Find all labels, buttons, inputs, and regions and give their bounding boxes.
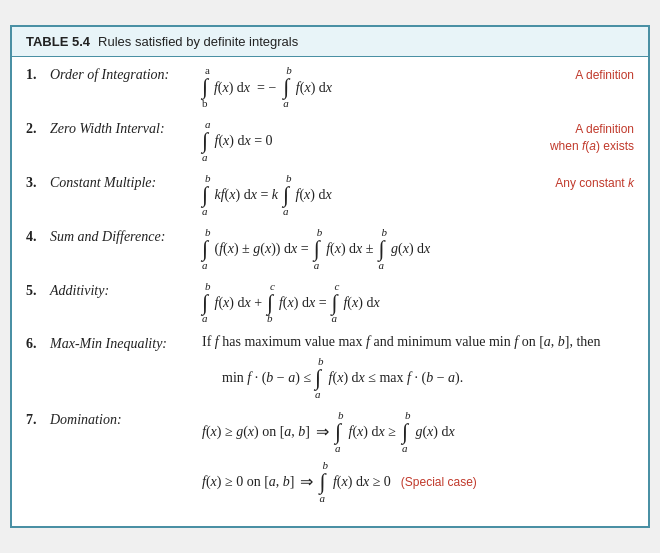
rule-formula-7: f(x) ≥ g(x) on [a, b] ⇒ b ∫ a f(x) dx ≥ … xyxy=(202,410,634,504)
table-header: TABLE 5.4 Rules satisfied by definite in… xyxy=(12,27,648,57)
rule-formula-6: If f has maximum value max f and minimum… xyxy=(202,334,634,400)
rule-row-5: 5. Additivity: b ∫ a f(x) dx + c xyxy=(26,281,634,325)
rule-formula-4: b ∫ a (f(x) ± g(x)) dx = b ∫ a f(x) dx xyxy=(202,227,634,271)
rule-row-1: 1. Order of Integration: a ∫ b f(x) dx =… xyxy=(26,65,634,109)
rule-number-2: 2. xyxy=(26,119,46,137)
rule-row-4: 4. Sum and Difference: b ∫ a (f(x) ± g(x… xyxy=(26,227,634,271)
rule-name-6: Max-Min Inequality: xyxy=(50,334,198,352)
rule-name-3: Constant Multiple: xyxy=(50,173,198,191)
rule-number-7: 7. xyxy=(26,410,46,428)
rule-row-2: 2. Zero Width Interval: a ∫ a f(x) dx = … xyxy=(26,119,634,163)
rule-note-2: A definitionwhen f(a) exists xyxy=(524,119,634,155)
table-title: Rules satisfied by definite integrals xyxy=(98,34,298,49)
rule-number-1: 1. xyxy=(26,65,46,83)
rule-row-6: 6. Max-Min Inequality: If f has maximum … xyxy=(26,334,634,400)
rule-row-3: 3. Constant Multiple: b ∫ a kf(x) dx = k xyxy=(26,173,634,217)
table-id: TABLE 5.4 xyxy=(26,34,90,49)
rule-name-1: Order of Integration: xyxy=(50,65,198,83)
rule-row-7: 7. Domination: f(x) ≥ g(x) on [a, b] ⇒ b… xyxy=(26,410,634,504)
table-container: TABLE 5.4 Rules satisfied by definite in… xyxy=(10,25,650,527)
special-case-label: (Special case) xyxy=(401,475,477,489)
rule-number-5: 5. xyxy=(26,281,46,299)
rule-name-5: Additivity: xyxy=(50,281,198,299)
rule-number-3: 3. xyxy=(26,173,46,191)
rule-note-1: A definition xyxy=(524,65,634,84)
rule-name-4: Sum and Difference: xyxy=(50,227,198,245)
rule-number-4: 4. xyxy=(26,227,46,245)
rule-name-2: Zero Width Interval: xyxy=(50,119,198,137)
rule-formula-1: a ∫ b f(x) dx = − b ∫ a xyxy=(202,65,520,109)
rule-formula-3: b ∫ a kf(x) dx = k b ∫ a f(x) dx xyxy=(202,173,520,217)
table-body: 1. Order of Integration: a ∫ b f(x) dx =… xyxy=(12,57,648,525)
rule-name-7: Domination: xyxy=(50,410,198,428)
rule-number-6: 6. xyxy=(26,334,46,352)
rule-formula-2: a ∫ a f(x) dx = 0 xyxy=(202,119,520,163)
rule-formula-5: b ∫ a f(x) dx + c ∫ b f(x) dx = xyxy=(202,281,634,325)
rule-note-3: Any constant k xyxy=(524,173,634,192)
